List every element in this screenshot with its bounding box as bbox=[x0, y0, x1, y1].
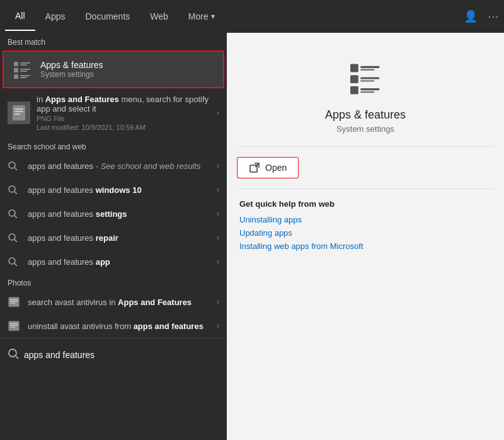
file-icon bbox=[8, 101, 30, 124]
svg-rect-25 bbox=[10, 301, 18, 302]
photo-result-1[interactable]: uninstall avast antivirus from apps and … bbox=[0, 314, 227, 338]
photo-file-icon-1 bbox=[8, 320, 20, 332]
web-result-chevron-3: › bbox=[217, 233, 219, 242]
svg-rect-4 bbox=[20, 69, 30, 70]
tab-more[interactable]: More bbox=[178, 3, 225, 30]
left-panel: Best match bbox=[0, 33, 227, 440]
right-panel-title: Apps & features bbox=[325, 108, 406, 122]
web-result-0[interactable]: apps and features - See school and web r… bbox=[0, 154, 227, 178]
svg-line-16 bbox=[14, 192, 17, 194]
open-button-area: Open bbox=[227, 147, 504, 188]
svg-rect-10 bbox=[14, 108, 23, 110]
person-icon[interactable]: 👤 bbox=[464, 9, 478, 23]
svg-line-22 bbox=[14, 263, 17, 266]
svg-point-17 bbox=[9, 210, 15, 216]
photo-file-icon-0 bbox=[8, 296, 20, 308]
photos-section-label: Photos bbox=[0, 274, 227, 290]
search-box-area bbox=[0, 338, 227, 371]
svg-line-32 bbox=[16, 356, 18, 359]
web-result-3[interactable]: apps and features repair › bbox=[0, 226, 227, 250]
quick-help-link-0[interactable]: Uninstalling apps bbox=[239, 215, 491, 224]
file-title: in Apps and Features menu, search for sp… bbox=[37, 95, 217, 113]
search-icon-2 bbox=[8, 207, 20, 220]
open-icon bbox=[249, 162, 260, 173]
photo-result-text-1: uninstall avast antivirus from apps and … bbox=[28, 321, 217, 331]
svg-rect-2 bbox=[20, 64, 27, 66]
svg-rect-11 bbox=[14, 111, 23, 112]
right-header: Apps & features System settings bbox=[227, 33, 504, 146]
quick-help-link-2[interactable]: Installing web apps from Microsoft bbox=[239, 241, 491, 251]
svg-rect-9 bbox=[13, 105, 25, 120]
best-match-item[interactable]: Apps & features System settings bbox=[3, 50, 224, 88]
svg-rect-38 bbox=[360, 80, 374, 81]
web-result-4[interactable]: apps and features app › bbox=[0, 250, 227, 274]
svg-rect-29 bbox=[10, 325, 18, 326]
svg-rect-34 bbox=[360, 66, 379, 68]
right-panel: Apps & features System settings Open Get… bbox=[227, 33, 504, 440]
open-button[interactable]: Open bbox=[237, 157, 299, 178]
tab-all[interactable]: All bbox=[5, 2, 35, 31]
web-result-text-2: apps and features settings bbox=[28, 209, 217, 219]
svg-rect-33 bbox=[350, 64, 358, 72]
photo-result-chevron-1: › bbox=[217, 321, 219, 330]
svg-rect-0 bbox=[14, 62, 18, 66]
quick-help-title: Get quick help from web bbox=[239, 199, 491, 209]
svg-point-15 bbox=[9, 186, 15, 192]
best-match-subtitle: System settings bbox=[40, 70, 103, 79]
tabs-right-icons: 👤 ⋯ bbox=[464, 9, 499, 23]
file-title-bold: Apps and Features bbox=[45, 95, 119, 104]
web-result-chevron-1: › bbox=[217, 185, 219, 194]
svg-point-31 bbox=[9, 349, 16, 357]
start-menu: All Apps Documents Web More 👤 ⋯ Best mat… bbox=[0, 0, 504, 440]
svg-rect-37 bbox=[360, 77, 379, 79]
svg-point-21 bbox=[9, 258, 15, 264]
file-result-text: in Apps and Features menu, search for sp… bbox=[37, 95, 217, 131]
svg-rect-40 bbox=[360, 88, 379, 90]
photo-result-chevron-0: › bbox=[217, 298, 219, 306]
web-result-chevron-2: › bbox=[217, 209, 219, 218]
svg-rect-5 bbox=[20, 71, 27, 72]
svg-rect-36 bbox=[350, 75, 358, 83]
search-icon-1 bbox=[8, 183, 20, 196]
tabs-bar: All Apps Documents Web More 👤 ⋯ bbox=[0, 0, 504, 33]
best-match-text: Apps & features System settings bbox=[40, 60, 103, 79]
quick-help-section: Get quick help from web Uninstalling app… bbox=[227, 189, 504, 265]
svg-rect-28 bbox=[10, 323, 18, 324]
more-options-icon[interactable]: ⋯ bbox=[488, 9, 499, 23]
search-icon-0 bbox=[8, 159, 20, 172]
search-box-icon bbox=[8, 348, 19, 362]
svg-rect-7 bbox=[20, 75, 30, 76]
web-result-1[interactable]: apps and features windows 10 › bbox=[0, 178, 227, 202]
photo-result-0[interactable]: search avast antivirus in Apps and Featu… bbox=[0, 290, 227, 314]
tab-apps[interactable]: Apps bbox=[35, 3, 76, 30]
svg-rect-41 bbox=[360, 91, 374, 93]
svg-rect-3 bbox=[14, 68, 18, 72]
web-result-chevron-0: › bbox=[217, 161, 219, 170]
svg-rect-35 bbox=[360, 69, 374, 71]
web-result-text-1: apps and features windows 10 bbox=[28, 185, 217, 195]
best-match-label: Best match bbox=[0, 33, 227, 49]
file-chevron-icon: › bbox=[217, 108, 219, 117]
svg-point-13 bbox=[9, 162, 15, 168]
svg-rect-26 bbox=[10, 303, 16, 303]
search-input[interactable] bbox=[24, 350, 219, 360]
apps-features-icon bbox=[11, 58, 34, 81]
file-modified: Last modified: 10/9/2021, 10:59 AM bbox=[37, 124, 217, 131]
web-result-text-4: apps and features app bbox=[28, 257, 217, 267]
svg-rect-30 bbox=[10, 327, 16, 327]
tab-documents[interactable]: Documents bbox=[75, 3, 140, 30]
search-icon-3 bbox=[8, 231, 20, 244]
quick-help-link-1[interactable]: Updating apps bbox=[239, 228, 491, 238]
web-result-text-3: apps and features repair bbox=[28, 233, 217, 243]
photo-result-text-0: search avast antivirus in Apps and Featu… bbox=[28, 298, 217, 307]
right-icon-area bbox=[345, 58, 386, 101]
svg-point-19 bbox=[9, 234, 15, 240]
svg-rect-1 bbox=[20, 62, 30, 64]
tab-web[interactable]: Web bbox=[140, 3, 178, 30]
svg-rect-12 bbox=[14, 113, 20, 115]
web-result-2[interactable]: apps and features settings › bbox=[0, 202, 227, 226]
file-type: PNG File bbox=[37, 115, 217, 122]
school-web-label: Search school and web bbox=[0, 136, 227, 154]
open-button-label: Open bbox=[265, 163, 287, 173]
file-result-item[interactable]: in Apps and Features menu, search for sp… bbox=[0, 90, 227, 136]
